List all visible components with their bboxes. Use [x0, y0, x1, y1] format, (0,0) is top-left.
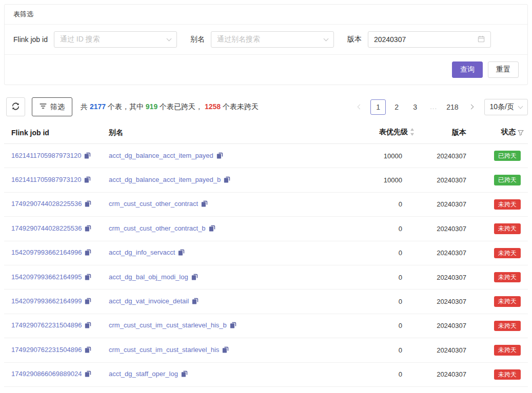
priority-value: 0 [342, 314, 419, 338]
refresh-button[interactable] [6, 97, 25, 116]
column-header-version: 版本 [419, 122, 472, 144]
column-header-priority[interactable]: 表优先级 [342, 122, 419, 144]
filter-button-label: 筛选 [50, 102, 65, 112]
crossed-count: 919 [146, 102, 157, 111]
column-header-status: 状态 [472, 122, 528, 144]
job-id-link[interactable]: 1749290744028225536 [11, 200, 82, 208]
alias-link[interactable]: acct_dg_vat_invoice_detail [109, 297, 189, 305]
job-id-link[interactable]: 1749290762231504896 [11, 346, 82, 354]
copy-icon[interactable] [178, 249, 185, 257]
alias-link[interactable]: acct_dg_bal_obj_modi_log [109, 273, 188, 281]
summary-part: 个表未跨天 [221, 102, 259, 111]
status-badge: 已跨天 [494, 151, 521, 161]
alias-link[interactable]: crm_cust_cust_other_contract [109, 200, 198, 208]
filter-lines-icon [40, 102, 47, 111]
copy-icon[interactable] [85, 249, 91, 257]
alias-link[interactable]: crm_cust_cust_other_contract_b [109, 224, 206, 232]
alias-field: 别名 通过别名搜索 [190, 31, 334, 48]
summary-part: 个表，其中 [106, 102, 146, 111]
page-button-218[interactable]: 218 [444, 99, 460, 115]
copy-icon[interactable] [85, 346, 91, 355]
priority-value: 0 [342, 338, 419, 362]
status-badge: 未跨天 [494, 321, 521, 331]
version-label: 版本 [347, 35, 362, 44]
copy-icon[interactable] [85, 200, 91, 209]
job-id-link[interactable]: 1621411705987973120 [11, 152, 81, 159]
calendar-icon [478, 35, 485, 44]
job-id-placeholder: 通过 ID 搜索 [60, 35, 100, 44]
copy-icon[interactable] [85, 322, 91, 330]
priority-value: 0 [342, 192, 419, 216]
version-value: 20240307 [419, 241, 472, 265]
page-button-2[interactable]: 2 [389, 99, 404, 115]
copy-icon[interactable] [201, 200, 208, 209]
job-id-link[interactable]: 1621411705987973120 [11, 176, 81, 183]
pagination: 123...218 [352, 99, 479, 115]
job-id-link[interactable]: 1749290866069889024 [11, 370, 82, 378]
job-id-field: Flink job id 通过 ID 搜索 [13, 31, 177, 48]
copy-icon[interactable] [216, 152, 223, 160]
alias-link[interactable]: crm_cust_cust_im_cust_starlevel_his_b [109, 321, 227, 329]
next-page-button[interactable] [464, 99, 479, 115]
page-size-select[interactable]: 10条/页 [484, 99, 528, 115]
copy-icon[interactable] [209, 225, 215, 233]
status-badge: 已跨天 [494, 175, 521, 185]
version-field: 版本 20240307 [347, 31, 491, 48]
copy-icon[interactable] [85, 225, 91, 233]
status-badge: 未跨天 [494, 345, 521, 355]
copy-icon[interactable] [85, 298, 91, 306]
copy-icon[interactable] [84, 152, 91, 160]
alias-link[interactable]: acct_dg_balance_acct_item_payed_b [109, 176, 221, 183]
column-header-priority-label: 表优先级 [379, 128, 408, 136]
alias-select[interactable]: 通过别名搜索 [211, 31, 334, 48]
job-id-link[interactable]: 1749290762231504896 [11, 321, 82, 329]
job-id-link[interactable]: 1542097993662164995 [11, 273, 82, 281]
page-button-3[interactable]: 3 [407, 99, 423, 115]
copy-icon[interactable] [84, 176, 91, 184]
total-count: 2177 [90, 102, 106, 111]
copy-icon[interactable] [192, 298, 199, 306]
status-badge: 未跨天 [494, 272, 521, 282]
priority-value: 10000 [342, 168, 419, 192]
copy-icon[interactable] [181, 370, 188, 379]
copy-icon[interactable] [85, 370, 91, 379]
table-row: 1749290762231504896 crm_cust_cust_im_cus… [4, 338, 528, 362]
table-row: 1749290762231504896 crm_cust_cust_im_cus… [4, 314, 528, 338]
copy-icon[interactable] [191, 274, 198, 282]
priority-value: 0 [342, 362, 419, 386]
chevron-down-icon [518, 104, 523, 109]
job-id-link[interactable]: 1542097993662164996 [11, 249, 82, 256]
copy-icon[interactable] [85, 274, 91, 282]
reset-button[interactable]: 重置 [488, 61, 519, 78]
alias-label: 别名 [190, 35, 205, 44]
page-ellipsis[interactable]: ... [426, 99, 441, 115]
uncrossed-count: 1258 [205, 102, 221, 111]
page-button-1[interactable]: 1 [370, 99, 386, 115]
job-id-select[interactable]: 通过 ID 搜索 [54, 31, 177, 48]
job-id-link[interactable]: 1749290744028225536 [11, 224, 82, 232]
job-id-link[interactable]: 1542097993662164999 [11, 297, 82, 305]
priority-value: 10000 [342, 144, 419, 168]
copy-icon[interactable] [224, 176, 230, 184]
filter-button[interactable]: 筛选 [32, 97, 72, 116]
sort-icon[interactable] [410, 128, 415, 137]
summary-part: 个表已跨天， [157, 102, 205, 111]
prev-page-button[interactable] [352, 99, 367, 115]
tables-table: Flink job id 别名 表优先级 版本 状态 1621411705987… [4, 122, 528, 387]
column-filter-icon[interactable] [518, 129, 524, 137]
alias-link[interactable]: acct_dg_balance_acct_item_payed [109, 152, 213, 159]
page-size-label: 10条/页 [490, 102, 514, 112]
filter-panel-title: 表筛选 [5, 5, 527, 25]
priority-value: 0 [342, 241, 419, 265]
alias-link[interactable]: acct_dg_info_servacct [109, 249, 175, 256]
filter-panel: 表筛选 Flink job id 通过 ID 搜索 别名 通过别名搜索 版本 2… [4, 4, 528, 85]
copy-icon[interactable] [230, 322, 237, 330]
copy-icon[interactable] [222, 346, 229, 355]
alias-link[interactable]: crm_cust_cust_im_cust_starlevel_his [109, 346, 219, 354]
chevron-right-icon [469, 105, 474, 110]
query-button[interactable]: 查询 [452, 61, 483, 78]
version-date-picker[interactable]: 20240307 [368, 31, 491, 48]
alias-link[interactable]: acct_dg_staff_oper_log [109, 370, 178, 378]
chevron-down-icon [166, 36, 171, 42]
table-toolbar: 筛选 共 2177 个表，其中 919 个表已跨天， 1258 个表未跨天 12… [6, 97, 528, 116]
